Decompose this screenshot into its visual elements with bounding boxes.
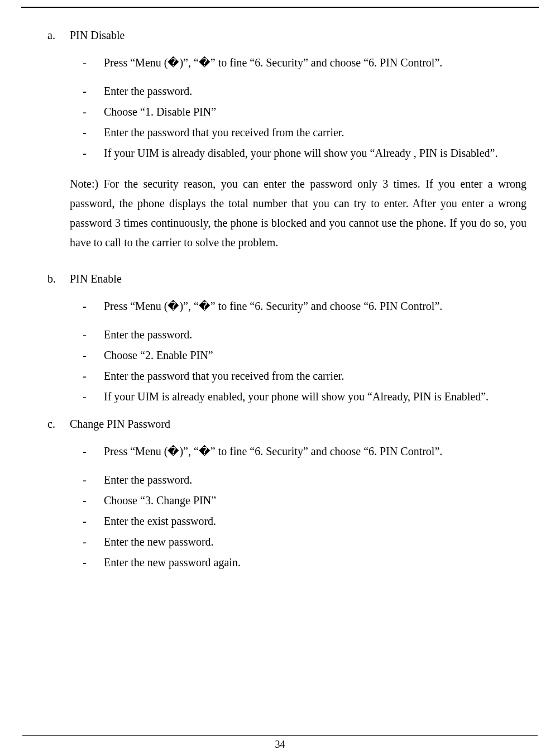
- content: a. PIN Disable -Press “Menu (�)”, “�” to…: [47, 26, 527, 582]
- section-letter: c.: [47, 417, 70, 432]
- step-text: If your UIM is already disabled, your ph…: [104, 146, 527, 161]
- section-letter: b.: [47, 271, 70, 286]
- step-text: Enter the password that you received fro…: [104, 125, 527, 140]
- step-text: Enter the password.: [104, 472, 527, 488]
- list-item: -Enter the password.: [80, 327, 527, 342]
- step-text: Press “Menu (�)”, “�” to fine “6. Securi…: [104, 55, 527, 70]
- step-text: Choose “2. Enable PIN”: [104, 348, 527, 363]
- list-item: -If your UIM is already disabled, your p…: [80, 146, 527, 161]
- step-text: Press “Menu (�)”, “�” to fine “6. Securi…: [104, 299, 527, 314]
- dash-icon: -: [80, 444, 104, 459]
- dash-icon: -: [80, 493, 104, 508]
- dash-icon: -: [80, 146, 104, 161]
- section-c: c. Change PIN Password -Press “Menu (�)”…: [47, 417, 527, 570]
- step-text: Enter the password.: [104, 327, 527, 342]
- page: a. PIN Disable -Press “Menu (�)”, “�” to…: [0, 0, 560, 755]
- dash-icon: -: [80, 555, 104, 570]
- dash-icon: -: [80, 348, 104, 363]
- section-heading: c. Change PIN Password: [47, 417, 527, 432]
- section-heading: a. PIN Disable: [47, 28, 527, 43]
- steps-list: -Press “Menu (�)”, “�” to fine “6. Secur…: [80, 299, 527, 404]
- section-title: PIN Enable: [70, 271, 122, 286]
- section-title: PIN Disable: [70, 28, 125, 43]
- section-a: a. PIN Disable -Press “Menu (�)”, “�” to…: [47, 28, 527, 161]
- step-text: Choose “3. Change PIN”: [104, 493, 527, 508]
- list-item: -Press “Menu (�)”, “�” to fine “6. Secur…: [80, 299, 527, 314]
- steps-list: -Press “Menu (�)”, “�” to fine “6. Secur…: [80, 444, 527, 570]
- section-b: b. PIN Enable -Press “Menu (�)”, “�” to …: [47, 271, 527, 404]
- note-paragraph: Note:) For the security reason, you can …: [70, 174, 527, 252]
- dash-icon: -: [80, 55, 104, 70]
- steps-list: -Press “Menu (�)”, “�” to fine “6. Secur…: [80, 55, 527, 161]
- step-text: Choose “1. Disable PIN”: [104, 104, 527, 120]
- list-item: -Enter the password that you received fr…: [80, 125, 527, 140]
- step-text: Enter the password that you received fro…: [104, 369, 527, 384]
- list-item: -Choose “2. Enable PIN”: [80, 348, 527, 363]
- list-item: -If your UIM is already enabled, your ph…: [80, 389, 527, 404]
- dash-icon: -: [80, 514, 104, 529]
- list-item: -Press “Menu (�)”, “�” to fine “6. Secur…: [80, 444, 527, 459]
- section-title: Change PIN Password: [70, 417, 170, 432]
- dash-icon: -: [80, 125, 104, 140]
- dash-icon: -: [80, 389, 104, 404]
- list-item: -Choose “1. Disable PIN”: [80, 104, 527, 120]
- page-number: 34: [0, 739, 560, 751]
- list-item: -Choose “3. Change PIN”: [80, 493, 527, 508]
- step-text: If your UIM is already enabled, your pho…: [104, 389, 527, 404]
- dash-icon: -: [80, 327, 104, 342]
- step-text: Enter the new password.: [104, 534, 527, 549]
- list-item: -Enter the new password again.: [80, 555, 527, 570]
- list-item: -Enter the password that you received fr…: [80, 369, 527, 384]
- list-item: -Enter the exist password.: [80, 514, 527, 529]
- list-item: -Press “Menu (�)”, “�” to fine “6. Secur…: [80, 55, 527, 70]
- list-item: -Enter the password.: [80, 84, 527, 99]
- section-heading: b. PIN Enable: [47, 271, 527, 286]
- list-item: -Enter the password.: [80, 472, 527, 488]
- dash-icon: -: [80, 84, 104, 99]
- dash-icon: -: [80, 299, 104, 314]
- bottom-rule: [22, 735, 538, 736]
- dash-icon: -: [80, 534, 104, 549]
- step-text: Press “Menu (�)”, “�” to fine “6. Securi…: [104, 444, 527, 459]
- section-letter: a.: [47, 28, 70, 43]
- step-text: Enter the password.: [104, 84, 527, 99]
- step-text: Enter the exist password.: [104, 514, 527, 529]
- step-text: Enter the new password again.: [104, 555, 527, 570]
- top-rule: [21, 7, 539, 8]
- dash-icon: -: [80, 472, 104, 488]
- dash-icon: -: [80, 369, 104, 384]
- dash-icon: -: [80, 104, 104, 120]
- list-item: -Enter the new password.: [80, 534, 527, 549]
